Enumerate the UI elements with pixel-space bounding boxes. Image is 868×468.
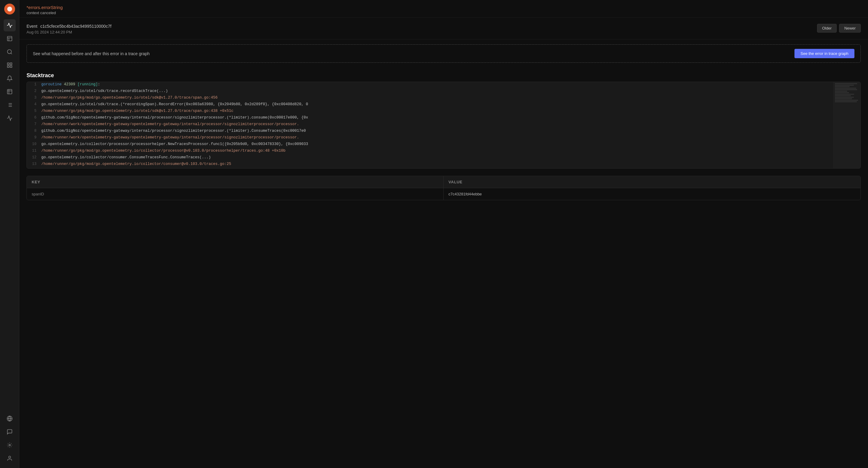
error-header-bar: *errors.errorString context canceled bbox=[19, 0, 868, 18]
svg-rect-3 bbox=[7, 63, 9, 65]
error-title: *errors.errorString bbox=[27, 5, 861, 10]
stacktrace-title: Stacktrace bbox=[19, 67, 868, 82]
app-logo bbox=[4, 4, 15, 14]
event-id: Event c1c5cfece5bc4b43ac94995110000c7f bbox=[27, 24, 112, 29]
key-header: Key bbox=[27, 176, 444, 188]
sidebar-item-traces[interactable] bbox=[4, 19, 16, 31]
code-line: 3 /home/runner/go/pkg/mod/go.opentelemet… bbox=[27, 95, 861, 102]
table-header: Key Value bbox=[27, 176, 861, 188]
event-info: Event c1c5cfece5bc4b43ac94995110000c7f A… bbox=[27, 24, 112, 34]
line-content: /home/runner/go/pkg/mod/go.opentelemetry… bbox=[41, 109, 861, 113]
error-subtitle: context canceled bbox=[27, 10, 861, 15]
line-number: 3 bbox=[27, 96, 41, 100]
line-number: 4 bbox=[27, 102, 41, 107]
sidebar-item-settings[interactable] bbox=[4, 439, 16, 451]
table-cell-value: c7c43281fd44ebbe bbox=[444, 188, 861, 200]
line-number: 1 bbox=[27, 82, 41, 87]
sidebar-item-messages[interactable] bbox=[4, 426, 16, 438]
sidebar-item-dashboards[interactable] bbox=[4, 59, 16, 71]
line-content: /home/runner/go/pkg/mod/go.opentelemetry… bbox=[41, 148, 861, 153]
event-time: Aug 01 2024 12:44:20 PM bbox=[27, 30, 112, 34]
svg-rect-5 bbox=[7, 66, 9, 67]
sidebar-item-metrics[interactable] bbox=[4, 33, 16, 45]
code-line: 5 /home/runner/go/pkg/mod/go.opentelemet… bbox=[27, 109, 861, 115]
line-content: /home/runner/work/opentelemetry-gateway/… bbox=[41, 135, 861, 140]
sidebar bbox=[0, 0, 19, 468]
line-number: 2 bbox=[27, 89, 41, 93]
stacktrace-code-block: 1goroutine 42309 [running]:2go.opentelem… bbox=[27, 82, 861, 169]
code-line: 1goroutine 42309 [running]: bbox=[27, 82, 861, 89]
line-number: 9 bbox=[27, 136, 41, 140]
main-content: *errors.errorString context canceled Eve… bbox=[19, 0, 868, 468]
svg-point-15 bbox=[9, 444, 10, 446]
svg-line-2 bbox=[10, 53, 12, 54]
line-number: 12 bbox=[27, 155, 41, 159]
code-line: 12go.opentelemetry.io/collector/consumer… bbox=[27, 155, 861, 162]
code-line: 13 /home/runner/go/pkg/mod/go.openteleme… bbox=[27, 162, 861, 168]
code-line: 6github.com/SigNoz/opentelemetry-gateway… bbox=[27, 115, 861, 122]
sidebar-item-user[interactable] bbox=[4, 452, 16, 464]
line-number: 10 bbox=[27, 142, 41, 146]
code-line: 2go.opentelemetry.io/otel/sdk/trace.reco… bbox=[27, 89, 861, 95]
code-line: 11 /home/runner/go/pkg/mod/go.openteleme… bbox=[27, 148, 861, 155]
sidebar-item-logs[interactable] bbox=[4, 46, 16, 58]
sidebar-item-analytics[interactable] bbox=[4, 112, 16, 124]
code-line: 4go.opentelemetry.io/otel/sdk/trace.(*re… bbox=[27, 102, 861, 109]
line-number: 5 bbox=[27, 109, 41, 113]
svg-rect-6 bbox=[10, 66, 12, 67]
code-line: 10go.opentelemetry.io/collector/processo… bbox=[27, 142, 861, 148]
line-content: go.opentelemetry.io/otel/sdk/trace.(*rec… bbox=[41, 102, 861, 107]
svg-point-16 bbox=[8, 456, 10, 458]
svg-rect-4 bbox=[10, 63, 12, 65]
newer-button[interactable]: Newer bbox=[839, 24, 861, 33]
line-content: github.com/SigNoz/opentelemetry-gateway/… bbox=[41, 115, 861, 120]
line-number: 11 bbox=[27, 149, 41, 153]
line-content: go.opentelemetry.io/collector/processor/… bbox=[41, 142, 861, 147]
content-area: Event c1c5cfece5bc4b43ac94995110000c7f A… bbox=[19, 18, 868, 468]
event-id-label: Event bbox=[27, 24, 37, 29]
attributes-table: Key Value spanIDc7c43281fd44ebbe bbox=[27, 176, 861, 200]
event-id-value: c1c5cfece5bc4b43ac94995110000c7f bbox=[40, 24, 112, 29]
code-minimap bbox=[833, 82, 861, 168]
sidebar-item-alerts[interactable] bbox=[4, 72, 16, 84]
line-content: /home/runner/go/pkg/mod/go.opentelemetry… bbox=[41, 95, 861, 100]
line-content: /home/runner/go/pkg/mod/go.opentelemetry… bbox=[41, 162, 861, 167]
code-line: 8github.com/SigNoz/opentelemetry-gateway… bbox=[27, 128, 861, 135]
older-button[interactable]: Older bbox=[817, 24, 837, 33]
line-content: go.opentelemetry.io/collector/consumer.C… bbox=[41, 155, 861, 160]
value-header: Value bbox=[444, 176, 861, 188]
line-content: github.com/SigNoz/opentelemetry-gateway/… bbox=[41, 128, 861, 133]
line-content: go.opentelemetry.io/otel/sdk/trace.recor… bbox=[41, 89, 861, 93]
sidebar-item-exceptions[interactable] bbox=[4, 86, 16, 98]
trace-banner-text: See what happened before and after this … bbox=[33, 51, 150, 56]
event-navigation: Older Newer bbox=[817, 24, 861, 33]
trace-button[interactable]: See the error in trace graph bbox=[795, 49, 855, 58]
sidebar-item-pipelines[interactable] bbox=[4, 99, 16, 111]
line-number: 8 bbox=[27, 129, 41, 133]
code-line: 7 /home/runner/work/opentelemetry-gatewa… bbox=[27, 122, 861, 128]
table-cell-key: spanID bbox=[27, 188, 444, 200]
line-number: 13 bbox=[27, 162, 41, 166]
line-content: /home/runner/work/opentelemetry-gateway/… bbox=[41, 122, 861, 127]
line-number: 6 bbox=[27, 116, 41, 120]
svg-rect-0 bbox=[7, 36, 12, 41]
table-row: spanIDc7c43281fd44ebbe bbox=[27, 188, 861, 200]
line-content: goroutine 42309 [running]: bbox=[41, 82, 861, 87]
trace-banner: See what happened before and after this … bbox=[27, 44, 861, 63]
event-header: Event c1c5cfece5bc4b43ac94995110000c7f A… bbox=[19, 18, 868, 39]
svg-point-1 bbox=[7, 50, 11, 54]
line-number: 7 bbox=[27, 122, 41, 126]
code-line: 9 /home/runner/work/opentelemetry-gatewa… bbox=[27, 135, 861, 142]
sidebar-item-integrations[interactable] bbox=[4, 412, 16, 425]
